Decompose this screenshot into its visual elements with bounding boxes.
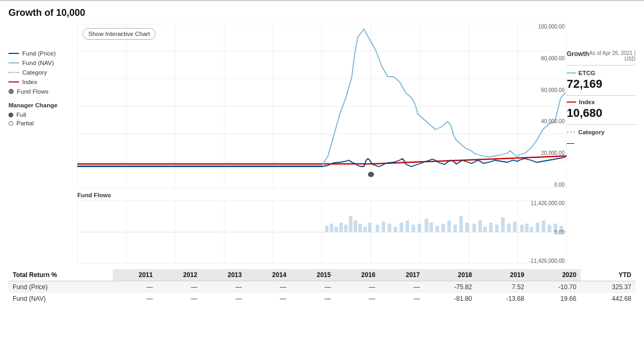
svg-rect-53 [425,219,429,232]
svg-rect-36 [330,224,333,232]
right-panel-header: Growth As of Apr 26, 2021 | USD [567,50,636,62]
svg-rect-67 [507,224,511,232]
index-label: Index [22,79,37,85]
svg-rect-44 [368,223,371,232]
full-manager-label: Full [16,112,26,118]
col-header-2013: 2013 [202,269,246,281]
legend-category: Category [8,69,77,76]
etcg-line: ETCG [567,70,636,76]
fund-flow-chart: 11,426,000.00 0.00 -11,426,000.00 [77,200,567,264]
svg-rect-39 [344,225,348,232]
manager-full: Full [8,112,77,118]
fund-flow-section: Fund Flows [77,192,567,264]
svg-rect-61 [473,224,476,232]
svg-point-20 [368,172,374,177]
main-chart: 100,000.00 80,000.00 60,000.00 40,000.00… [77,24,567,188]
row1-v7: -81.80 [424,293,476,305]
svg-rect-43 [363,227,367,232]
fund-flow-svg [77,200,567,264]
growth-label: Growth [567,50,589,58]
svg-rect-40 [349,216,352,232]
row1-label: Fund (NAV) [8,293,113,305]
svg-rect-62 [478,220,482,232]
y-axis-ff-0: 11,426,000.00 [531,200,565,206]
svg-rect-41 [353,220,357,232]
svg-rect-63 [483,227,487,232]
index-line: Index [567,99,636,105]
returns-table: Total Return % 2011 2012 2013 2014 2015 … [8,269,636,305]
row1-v10: 442.68 [580,293,636,305]
y-axis-label-4: 20,000.00 [541,150,565,156]
svg-rect-68 [513,222,516,232]
y-axis-ff-2: -11,426,000.00 [529,258,565,264]
right-panel: Growth As of Apr 26, 2021 | USD ETCG 72,… [567,24,636,264]
fund-flows-chart-label: Fund Flows [77,192,567,198]
index-value: 10,680 [567,106,636,120]
row1-v6: — [379,293,424,305]
row0-label: Fund (Price) [8,281,113,293]
legend-fund-flows: Fund Flows [8,88,77,95]
index-right-label: Index [579,99,595,105]
show-interactive-chart-button[interactable]: Show Interactive Chart [83,28,156,40]
svg-rect-45 [376,225,379,232]
fund-nav-label: Fund (NAV) [22,60,54,66]
row0-v7: -75.82 [424,281,476,293]
row0-v9: -10.70 [529,281,581,293]
page-title: Growth of 10,000 [8,7,636,19]
y-axis-label-1: 80,000.00 [541,56,565,61]
svg-rect-56 [441,224,445,232]
svg-rect-47 [388,224,392,232]
legend-fund-nav: Fund (NAV) [8,60,77,66]
col-header-2019: 2019 [476,269,529,281]
main-container: Growth of 10,000 Fund (Price) Fund (NAV)… [0,0,644,309]
svg-rect-42 [358,224,362,232]
y-axis-ff-1: 0.00 [555,229,565,235]
category-icon [8,72,19,73]
col-header-2011: 2011 [113,269,157,281]
index-color-icon [567,102,576,103]
svg-rect-46 [382,222,385,232]
svg-rect-66 [501,217,505,232]
row0-v1: — [157,281,202,293]
svg-rect-55 [436,226,439,232]
col-header-2016: 2016 [335,269,379,281]
svg-rect-52 [418,224,421,232]
svg-rect-50 [405,220,409,232]
col-header-2017: 2017 [379,269,424,281]
category-dotted-icon: ··· [567,128,576,136]
row1-v0: — [113,293,157,305]
svg-rect-57 [447,220,451,232]
svg-rect-64 [489,223,493,232]
col-header-2012: 2012 [157,269,202,281]
row1-v4: — [291,293,335,305]
category-value: — [567,139,636,147]
y-axis-label-3: 40,000.00 [541,118,565,124]
svg-rect-60 [465,223,469,232]
fund-price-label: Fund (Price) [22,50,56,57]
fund-nav-icon [8,62,19,63]
fund-flows-icon [8,89,14,94]
row1-v2: — [202,293,246,305]
manager-change-title: Manager Change [8,102,77,108]
category-right-line: ··· Category [567,128,636,136]
svg-rect-54 [430,223,433,232]
manager-partial: Partial [8,120,77,126]
etcg-color-icon [567,72,576,73]
main-chart-svg [77,24,567,188]
right-divider-2 [567,95,636,96]
etcg-label: ETCG [578,70,595,76]
row1-v1: — [157,293,202,305]
partial-manager-label: Partial [16,120,34,126]
col-header-2018: 2018 [424,269,476,281]
row0-v5: — [335,281,379,293]
y-axis-fund-flow: 11,426,000.00 0.00 -11,426,000.00 [519,200,567,264]
legend-fund-price: Fund (Price) [8,50,77,57]
category-label: Category [22,69,47,76]
chart-area: Show Interactive Chart [77,24,567,264]
y-axis-label-2: 60,000.00 [541,87,565,93]
svg-rect-65 [495,225,499,232]
row0-v6: — [379,281,424,293]
svg-rect-51 [412,225,415,232]
y-axis-main: 100,000.00 80,000.00 60,000.00 40,000.00… [524,24,567,188]
row0-v2: — [202,281,246,293]
